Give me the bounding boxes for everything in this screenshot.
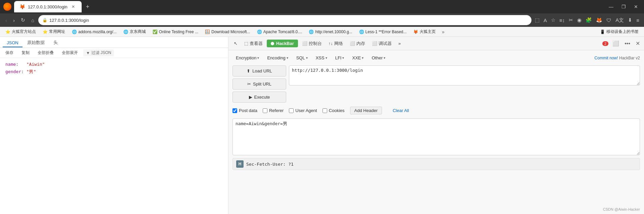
hackbar-commit: Commit now! HackBar v2	[595, 56, 640, 60]
user-agent-option[interactable]: User Agent	[289, 108, 317, 113]
tab-close-button[interactable]: ✕	[70, 4, 76, 10]
profile-icon[interactable]: ◉	[576, 16, 583, 24]
expand-all-button[interactable]: 全部展开	[59, 49, 81, 56]
tab-raw[interactable]: 原始数据	[23, 38, 49, 48]
referer-checkbox[interactable]	[263, 108, 267, 113]
bookmark-jd[interactable]: 🌐 京东商城	[121, 28, 148, 36]
cookies-option[interactable]: Cookies	[323, 108, 345, 113]
tab-headers[interactable]: 头	[49, 38, 62, 48]
devtool-debugger[interactable]: ⬜ 调试器	[369, 39, 394, 48]
bookmark-icon: 🪟	[205, 30, 210, 34]
devtools-expand-icon[interactable]: ⬜	[611, 39, 620, 48]
fox-icon[interactable]: 🦊	[595, 16, 604, 24]
close-button[interactable]: ✕	[631, 3, 641, 11]
menu-encryption[interactable]: Encryption ▾	[232, 54, 262, 61]
address-text: 127.0.0.1:3000/login	[49, 18, 527, 23]
devtool-inspector[interactable]: ⬚ 查看器	[242, 39, 265, 48]
devtools-dots-icon[interactable]: •••	[623, 39, 632, 48]
bookmark-icon: 🌐	[72, 30, 77, 34]
options-row: Post data Referer User Agent Cookies A	[232, 105, 640, 116]
devtool-pointer[interactable]: ↖	[231, 40, 240, 47]
screenshot-icon[interactable]: ✂	[567, 16, 574, 24]
debugger-label: 调试器	[379, 41, 392, 47]
collapse-all-button[interactable]: 全部折叠	[35, 49, 56, 56]
menu-xxe-label: XXE	[352, 55, 361, 60]
cookies-checkbox[interactable]	[323, 108, 327, 113]
json-key-gender: gender	[5, 69, 21, 74]
save-button[interactable]: 保存	[3, 49, 16, 56]
restore-button[interactable]: ❐	[619, 3, 629, 11]
referer-option[interactable]: Referer	[263, 108, 284, 113]
post-data-option[interactable]: Post data	[232, 108, 257, 113]
forward-button[interactable]: ›	[11, 16, 17, 24]
add-header-button[interactable]: Add Header	[350, 107, 382, 114]
bookmark-less1[interactable]: 🌐 Less-1 **Error Based...	[356, 29, 410, 35]
lang-icon[interactable]: A文	[614, 16, 625, 25]
devtool-console[interactable]: ⬜ 控制台	[299, 39, 325, 48]
user-agent-label: User Agent	[295, 108, 317, 113]
lfi-arrow: ▾	[342, 56, 344, 60]
filter-json[interactable]: ▼ 过滤 JSON	[83, 49, 114, 56]
devtool-memory[interactable]: ⬜ 内存	[347, 39, 368, 48]
bookmark-online-testing[interactable]: ✅ Online Testing Free ...	[150, 29, 201, 35]
menu-sql[interactable]: SQL ▾	[293, 54, 311, 61]
devtools-close-button[interactable]: ✕	[634, 39, 641, 48]
bookmark-icon: 🦊	[413, 30, 418, 34]
menu-lfi[interactable]: LFI ▾	[332, 54, 348, 61]
execute-button[interactable]: ▶ Execute	[232, 92, 286, 103]
refresh-button[interactable]: ↻	[19, 16, 27, 24]
post-data-textarea[interactable]: name=Aiwin&gender=男	[232, 118, 640, 155]
new-tab-button[interactable]: +	[83, 2, 92, 11]
load-url-button[interactable]: ⬆ Load URL	[232, 65, 286, 76]
bookmark-apache[interactable]: 🌐 Apache Tomcat/8.0....	[254, 29, 305, 35]
translate-icon[interactable]: A	[542, 16, 548, 24]
bookmark-icon: 🌐	[359, 30, 364, 34]
download-icon[interactable]: ⬇	[627, 16, 634, 24]
hackbar-label: HackBar	[276, 41, 294, 46]
devtool-more[interactable]: »	[396, 40, 403, 47]
menu-xxe[interactable]: XXE ▾	[349, 54, 367, 61]
bookmark-icon: 🌐	[309, 30, 314, 34]
bookmark-addons[interactable]: 🌐 addons.mozilla.org/...	[69, 29, 119, 35]
bookmark-mobile[interactable]: 📱 移动设备上的书签	[597, 28, 641, 36]
devtools-toolbar: ↖ ⬚ 查看器 HackBar ⬜ 控制台 ↑↓ 网络	[228, 37, 644, 50]
synced-tabs-icon[interactable]: ≡↕	[558, 16, 566, 24]
shield-icon[interactable]: 🛡	[605, 16, 613, 24]
bookmark-enet[interactable]: 🌐 http://enet.10000.g...	[306, 29, 355, 35]
address-bar[interactable]: 🔒 127.0.0.1:3000/login	[38, 15, 531, 25]
bookmark-label: 火狐主页	[420, 29, 436, 35]
json-line-gender: gender: "男"	[5, 68, 223, 75]
url-textarea[interactable]: http://127.0.0.1:3000/login	[289, 65, 640, 86]
tab-title: 127.0.0.1:3000/login	[28, 4, 68, 9]
active-tab[interactable]: 🦊 127.0.0.1:3000/login ✕	[14, 1, 82, 12]
menu-icon[interactable]: ≡	[635, 16, 641, 24]
extensions-icon[interactable]: 🧩	[584, 16, 593, 24]
bookmark-huo-zhu[interactable]: 🦊 火狐主页	[411, 28, 438, 36]
bookmark-chang-yong[interactable]: ⭐ 常用网址	[40, 28, 68, 36]
bookmark-star-icon[interactable]: ☆	[550, 16, 557, 24]
tab-json[interactable]: JSON	[3, 39, 23, 47]
container-icon[interactable]: ⬚	[533, 16, 541, 24]
bookmark-more-button[interactable]: »	[440, 28, 446, 36]
home-button[interactable]: ⌂	[29, 16, 36, 24]
firefox-icon	[3, 3, 11, 11]
split-url-button[interactable]: ✂ Split URL	[232, 78, 286, 90]
commit-link[interactable]: Commit now!	[595, 56, 618, 60]
menu-xss[interactable]: XSS ▾	[312, 54, 331, 61]
menu-other[interactable]: Other ▾	[368, 54, 389, 61]
copy-button[interactable]: 复制	[19, 49, 32, 56]
clear-all-button[interactable]: Clear All	[389, 107, 413, 114]
header-section: H Sec-Fetch-User: ?1	[232, 158, 640, 170]
menu-encoding[interactable]: Encoding ▾	[264, 54, 291, 61]
user-agent-checkbox[interactable]	[289, 108, 294, 113]
post-data-checkbox[interactable]	[232, 108, 237, 113]
url-input-area: http://127.0.0.1:3000/login	[289, 65, 640, 87]
bookmark-download-ms[interactable]: 🪟 Download Microsoft...	[202, 29, 253, 35]
menu-encryption-label: Encryption	[236, 55, 256, 60]
back-button[interactable]: ‹	[3, 16, 9, 24]
bookmark-huo-guan[interactable]: ⭐ 火狐官方站点	[3, 28, 39, 36]
minimize-button[interactable]: —	[606, 3, 616, 11]
bookmark-icon: 📱	[600, 30, 605, 34]
hackbar-button[interactable]: HackBar	[267, 40, 298, 47]
devtool-network[interactable]: ↑↓ 网络	[326, 39, 346, 48]
